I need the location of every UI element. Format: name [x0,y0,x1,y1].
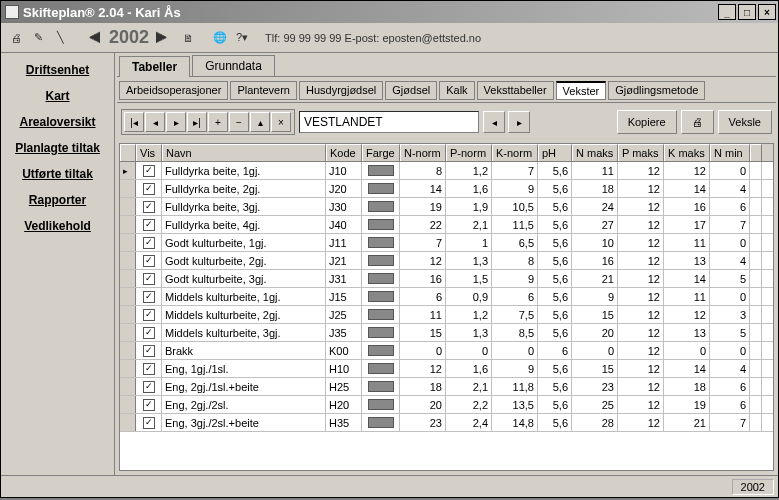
cell-farge[interactable] [362,234,400,251]
subtab-veksttabeller[interactable]: Veksttabeller [477,81,554,100]
cell-k-maks[interactable]: 11 [664,234,710,251]
cell-k-norm[interactable]: 11,8 [492,378,538,395]
tool-icon[interactable]: ✎ [29,29,47,47]
cell-vis[interactable]: ✓ [136,252,162,269]
cell-ph[interactable]: 5,6 [538,180,572,197]
cell-n-norm[interactable]: 20 [400,396,446,413]
cell-navn[interactable]: Eng, 3gj./2sl.+beite [162,414,326,431]
cell-n-min[interactable]: 0 [710,234,750,251]
cell-p-norm[interactable]: 1,3 [446,324,492,341]
cell-n-min[interactable]: 3 [710,306,750,323]
cell-kode[interactable]: J40 [326,216,362,233]
cell-k-norm[interactable]: 0 [492,342,538,359]
col-farge[interactable]: Farge [362,144,400,161]
region-prev-button[interactable]: ◂ [483,111,505,133]
col-kode[interactable]: Kode [326,144,362,161]
cell-n-norm[interactable]: 12 [400,252,446,269]
cell-p-maks[interactable]: 12 [618,198,664,215]
cell-farge[interactable] [362,306,400,323]
cell-k-maks[interactable]: 0 [664,342,710,359]
table-row[interactable]: ✓Eng, 2gj./1sl.+beiteH25182,111,85,62312… [120,378,773,396]
table-row[interactable]: ✓Eng, 3gj./2sl.+beiteH35232,414,85,62812… [120,414,773,432]
cell-k-maks[interactable]: 14 [664,360,710,377]
year-prev-button[interactable]: ⯇ [87,30,105,46]
cell-p-norm[interactable]: 2,1 [446,378,492,395]
cell-p-maks[interactable]: 12 [618,378,664,395]
cell-n-maks[interactable]: 15 [572,306,618,323]
cell-navn[interactable]: Godt kulturbeite, 2gj. [162,252,326,269]
cell-vis[interactable]: ✓ [136,216,162,233]
cell-k-maks[interactable]: 13 [664,324,710,341]
globe-icon[interactable]: 🌐 [211,29,229,47]
sidebar-item-utforte-tiltak[interactable]: Utførte tiltak [22,167,93,181]
cell-k-maks[interactable]: 19 [664,396,710,413]
cell-vis[interactable]: ✓ [136,306,162,323]
cell-n-maks[interactable]: 16 [572,252,618,269]
cell-n-maks[interactable]: 20 [572,324,618,341]
col-p-norm[interactable]: P-norm [446,144,492,161]
cell-k-maks[interactable]: 14 [664,270,710,287]
kopiere-button[interactable]: Kopiere [617,110,677,134]
subtab-husdyrgjodsel[interactable]: Husdyrgjødsel [299,81,383,100]
cell-kode[interactable]: J21 [326,252,362,269]
table-row[interactable]: ✓Godt kulturbeite, 2gj.J21121,385,616121… [120,252,773,270]
cell-farge[interactable] [362,216,400,233]
col-n-maks[interactable]: N maks [572,144,618,161]
cell-kode[interactable]: K00 [326,342,362,359]
sidebar-item-driftsenhet[interactable]: Driftsenhet [26,63,89,77]
cell-k-norm[interactable]: 8,5 [492,324,538,341]
cell-ph[interactable]: 5,6 [538,234,572,251]
cell-n-norm[interactable]: 7 [400,234,446,251]
cell-p-maks[interactable]: 12 [618,396,664,413]
cell-n-maks[interactable]: 25 [572,396,618,413]
cell-k-norm[interactable]: 7,5 [492,306,538,323]
nav-last-button[interactable]: ▸| [187,112,207,132]
cell-p-maks[interactable]: 12 [618,234,664,251]
cell-farge[interactable] [362,342,400,359]
subtab-gjodlingsmetode[interactable]: Gjødlingsmetode [608,81,705,100]
table-row[interactable]: ✓Fulldyrka beite, 2gj.J20141,695,6181214… [120,180,773,198]
cell-p-norm[interactable]: 2,2 [446,396,492,413]
cell-n-maks[interactable]: 10 [572,234,618,251]
cell-n-norm[interactable]: 8 [400,162,446,179]
sidebar-item-arealoversikt[interactable]: Arealoversikt [19,115,95,129]
table-row[interactable]: ✓Godt kulturbeite, 3gj.J31161,595,621121… [120,270,773,288]
cell-p-norm[interactable]: 1,9 [446,198,492,215]
cell-p-norm[interactable]: 1 [446,234,492,251]
cell-navn[interactable]: Fulldyrka beite, 3gj. [162,198,326,215]
cell-vis[interactable]: ✓ [136,414,162,431]
cell-n-maks[interactable]: 28 [572,414,618,431]
table-row[interactable]: ✓Middels kulturbeite, 2gj.J25111,27,55,6… [120,306,773,324]
nav-prev-button[interactable]: ◂ [145,112,165,132]
cell-p-maks[interactable]: 12 [618,288,664,305]
subtab-gjodsel[interactable]: Gjødsel [385,81,437,100]
col-navn[interactable]: Navn [162,144,326,161]
cell-p-maks[interactable]: 12 [618,162,664,179]
table-row[interactable]: ✓BrakkK00000601200 [120,342,773,360]
cell-farge[interactable] [362,360,400,377]
table-row[interactable]: ✓Eng, 1gj./1sl.H10121,695,61512144 [120,360,773,378]
cell-n-min[interactable]: 5 [710,324,750,341]
cell-ph[interactable]: 6 [538,342,572,359]
cell-k-norm[interactable]: 7 [492,162,538,179]
cell-n-norm[interactable]: 6 [400,288,446,305]
cell-ph[interactable]: 5,6 [538,162,572,179]
cell-k-norm[interactable]: 13,5 [492,396,538,413]
cell-vis[interactable]: ✓ [136,378,162,395]
cell-p-norm[interactable]: 0 [446,342,492,359]
nav-next-button[interactable]: ▸ [166,112,186,132]
veksle-button[interactable]: Veksle [718,110,772,134]
cell-n-norm[interactable]: 12 [400,360,446,377]
cell-kode[interactable]: H10 [326,360,362,377]
cell-kode[interactable]: J11 [326,234,362,251]
table-row[interactable]: ✓Godt kulturbeite, 1gj.J11716,55,6101211… [120,234,773,252]
cell-n-min[interactable]: 0 [710,342,750,359]
cell-vis[interactable]: ✓ [136,360,162,377]
cell-navn[interactable]: Brakk [162,342,326,359]
cell-kode[interactable]: J20 [326,180,362,197]
cell-p-norm[interactable]: 1,2 [446,306,492,323]
maximize-button[interactable]: □ [738,4,756,20]
cell-kode[interactable]: J10 [326,162,362,179]
cell-vis[interactable]: ✓ [136,198,162,215]
cell-n-min[interactable]: 4 [710,180,750,197]
